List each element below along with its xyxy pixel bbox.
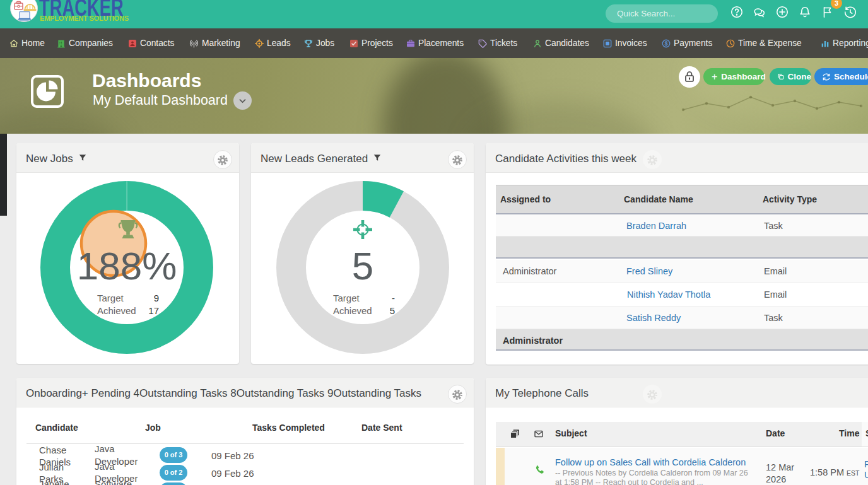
svg-text:Achieved: Achieved [97, 305, 136, 316]
svg-text:17: 17 [148, 305, 159, 316]
svg-text:9: 9 [154, 293, 159, 303]
svg-text:Achieved: Achieved [333, 305, 372, 316]
svg-text:Target: Target [97, 293, 124, 303]
svg-text:Target: Target [333, 293, 360, 303]
svg-text:5: 5 [352, 244, 373, 288]
svg-text:188%: 188% [77, 244, 177, 288]
svg-text:5: 5 [390, 305, 395, 316]
svg-text:-: - [392, 293, 395, 303]
